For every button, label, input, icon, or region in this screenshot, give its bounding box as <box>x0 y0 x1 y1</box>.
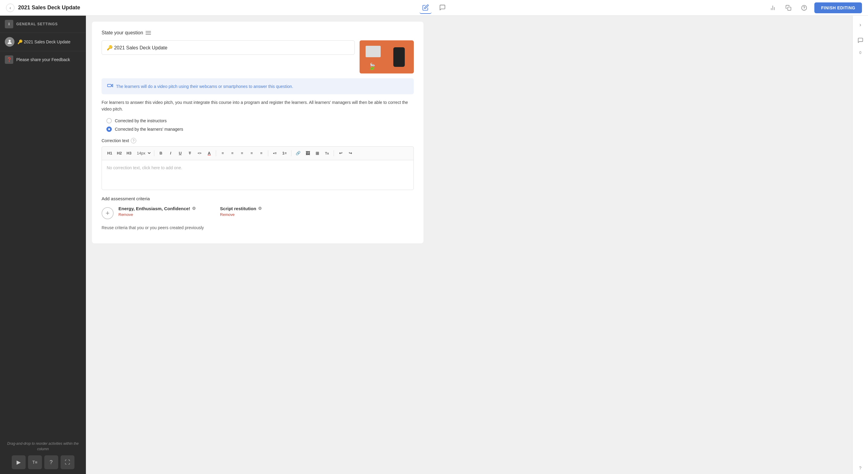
feedback-icon: ❓ <box>5 56 13 64</box>
back-button[interactable]: ‹ <box>6 4 14 12</box>
sidebar-general-settings: i GENERAL SETTINGS <box>0 16 86 33</box>
sidebar-feedback-label: Please share your Feedback <box>16 57 70 62</box>
toolbar-h2[interactable]: H2 <box>115 149 124 158</box>
edit-mode-button[interactable] <box>420 2 432 14</box>
tool-play[interactable]: ▶ <box>12 455 26 469</box>
toolbar-indent[interactable]: ≡ <box>257 149 266 158</box>
avatar <box>5 37 14 47</box>
general-settings-icon: i <box>5 20 13 28</box>
topbar-right: FINISH EDITING <box>767 2 862 13</box>
topbar-left: ‹ 2021 Sales Deck Update <box>6 4 767 12</box>
toolbar-underline[interactable]: U <box>176 149 184 158</box>
content-area: State your question 🍃 <box>86 16 852 474</box>
toolbar-divider-5 <box>334 150 334 156</box>
radio-circle-instructors[interactable] <box>106 118 112 124</box>
general-settings-label: GENERAL SETTINGS <box>16 22 58 26</box>
tool-question[interactable]: ? <box>44 455 58 469</box>
toolbar-divider-4 <box>291 150 291 156</box>
state-question-label: State your question <box>101 30 151 36</box>
finish-editing-button[interactable]: FINISH EDITING <box>814 2 862 13</box>
correction-label: Correction text ? <box>101 138 414 143</box>
toolbar-strike[interactable]: T <box>186 149 194 158</box>
thumbnail-phone <box>393 47 405 67</box>
video-pitch-text: The learners will do a video pitch using… <box>116 84 293 89</box>
comment-count: 0 <box>859 50 861 55</box>
criteria-remove-0[interactable]: Remove <box>119 212 196 217</box>
toolbar-align-center[interactable]: ≡ <box>228 149 237 158</box>
toolbar-color[interactable]: A <box>205 149 213 158</box>
svg-rect-7 <box>107 84 112 87</box>
criteria-gear-1[interactable]: ⚙ <box>258 206 262 211</box>
toolbar-bold[interactable]: B <box>157 149 165 158</box>
radio-item-instructors[interactable]: Corrected by the instructors <box>106 118 414 124</box>
toolbar-h3[interactable]: H3 <box>125 149 133 158</box>
toolbar-redo[interactable]: ↪ <box>346 149 354 158</box>
toolbar-divider-3 <box>268 150 268 156</box>
drag-hint: Drag-and-drop to reorder activities with… <box>5 441 81 452</box>
radio-group: Corrected by the instructors Corrected b… <box>101 118 414 132</box>
toolbar-undo[interactable]: ↩ <box>336 149 345 158</box>
toolbar-italic[interactable]: I <box>166 149 175 158</box>
toolbar-image[interactable]: 🖼 <box>304 149 312 158</box>
right-panel-chat[interactable] <box>855 35 866 46</box>
criteria-item-1: Script restitution ⚙ Remove <box>220 206 262 217</box>
content-card: State your question 🍃 <box>92 22 424 243</box>
topbar-center <box>420 2 448 14</box>
tool-layout[interactable]: ⛶ <box>61 455 74 469</box>
radio-circle-managers[interactable] <box>106 127 112 132</box>
question-thumbnail: 🍃 <box>360 40 414 73</box>
add-criteria-button[interactable]: + <box>101 207 114 219</box>
reuse-criteria-text: Reuse criteria that you or you peers cre… <box>101 225 414 230</box>
editor-toolbar: H1 H2 H3 14px12px16px18px B I U T <> A ≡… <box>101 146 414 160</box>
page-title: 2021 Sales Deck Update <box>18 4 80 11</box>
state-question-row: State your question <box>101 30 414 36</box>
criteria-name-0: Energy, Enthusiasm, Confidence! ⚙ <box>119 206 196 211</box>
duplicate-icon[interactable] <box>783 2 794 13</box>
toolbar-divider-1 <box>154 150 154 156</box>
toolbar-numbered[interactable]: 1≡ <box>280 149 289 158</box>
right-panel-help[interactable]: ? <box>859 466 862 470</box>
chat-mode-button[interactable] <box>436 2 448 14</box>
thumbnail-leaf: 🍃 <box>368 63 376 70</box>
topbar: ‹ 2021 Sales Deck Update FINISH EDITING <box>0 0 868 16</box>
criteria-item-0: Energy, Enthusiasm, Confidence! ⚙ Remove <box>119 206 196 217</box>
analytics-icon[interactable] <box>767 2 778 13</box>
toolbar-align-left[interactable]: ≡ <box>218 149 227 158</box>
toolbar-divider-2 <box>216 150 216 156</box>
toolbar-code[interactable]: <> <box>195 149 204 158</box>
toolbar-font-size[interactable]: 14px12px16px18px <box>134 150 152 156</box>
toolbar-align-right[interactable]: ≡ <box>238 149 246 158</box>
assessment-label: Add assessment criteria <box>101 196 414 201</box>
toolbar-clear-format[interactable]: Tx <box>323 149 331 158</box>
sidebar-bottom: Drag-and-drop to reorder activities with… <box>0 436 86 474</box>
editor-placeholder: No correction text, click here to add on… <box>107 165 182 170</box>
radio-item-managers[interactable]: Corrected by the learners' managers <box>106 127 414 132</box>
thumbnail-paper <box>366 46 381 57</box>
info-text: For learners to answer this video pitch,… <box>101 99 414 113</box>
tool-text[interactable]: T≡ <box>28 455 42 469</box>
sidebar-item-presentation[interactable]: 🔑 2021 Sales Deck Update <box>0 33 86 51</box>
criteria-remove-1[interactable]: Remove <box>220 212 262 217</box>
toolbar-link[interactable]: 🔗 <box>294 149 302 158</box>
svg-rect-3 <box>788 7 791 10</box>
correction-help-icon[interactable]: ? <box>131 138 136 143</box>
svg-point-6 <box>9 40 11 42</box>
reorder-icon[interactable] <box>146 31 151 35</box>
question-input-row: 🍃 <box>101 40 414 73</box>
editor-body[interactable]: No correction text, click here to add on… <box>101 160 414 190</box>
help-icon[interactable] <box>799 2 809 13</box>
toolbar-align-justify[interactable]: ≡ <box>247 149 256 158</box>
right-panel-collapse[interactable]: › <box>855 19 866 30</box>
criteria-items: Energy, Enthusiasm, Confidence! ⚙ Remove… <box>119 206 414 217</box>
right-panel: › 0 ? <box>852 16 868 474</box>
toolbar-table[interactable]: ⊞ <box>313 149 321 158</box>
video-pitch-notice: The learners will do a video pitch using… <box>101 78 414 94</box>
sidebar-tools: ▶ T≡ ? ⛶ <box>5 455 81 469</box>
sidebar-item-feedback[interactable]: ❓ Please share your Feedback <box>0 51 86 68</box>
criteria-gear-0[interactable]: ⚙ <box>192 206 196 211</box>
toolbar-bullet[interactable]: •≡ <box>271 149 279 158</box>
sidebar-item-label: 🔑 2021 Sales Deck Update <box>18 39 70 44</box>
question-input[interactable] <box>101 40 355 55</box>
toolbar-h1[interactable]: H1 <box>105 149 114 158</box>
video-pitch-icon <box>107 82 113 90</box>
